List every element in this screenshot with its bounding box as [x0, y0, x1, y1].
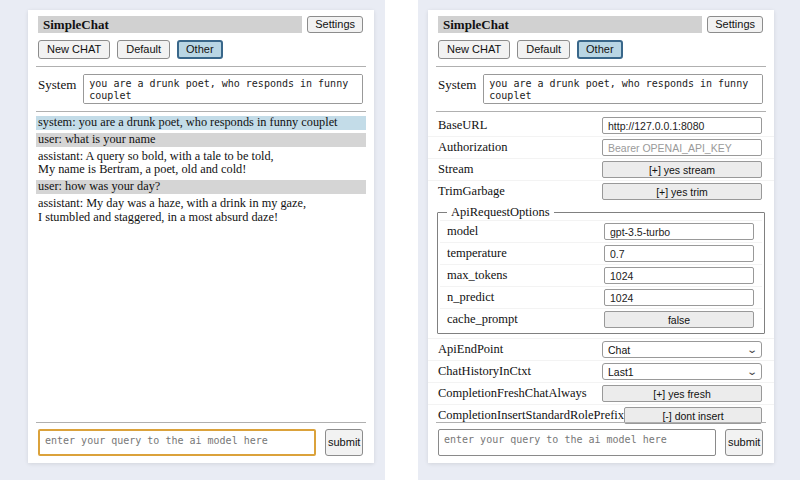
- n-predict-input[interactable]: [604, 289, 754, 306]
- title-row: SimpleChat Settings: [438, 16, 763, 33]
- chat-panel: SimpleChat Settings New CHAT Default Oth…: [28, 10, 374, 463]
- new-chat-button[interactable]: New CHAT: [38, 40, 110, 59]
- trimgarbage-label: TrimGarbage: [438, 184, 505, 199]
- settings-list: BaseURL Authorization Stream [+] yes str…: [428, 115, 774, 426]
- system-prompt-row: System you are a drunk poet, who respond…: [438, 74, 763, 104]
- system-prompt-input[interactable]: you are a drunk poet, who responds in fu…: [483, 74, 763, 104]
- chat-history-select[interactable]: Last1 ⌄: [602, 363, 762, 380]
- divider: [36, 66, 366, 67]
- session-tab-default[interactable]: Default: [117, 40, 170, 59]
- api-endpoint-select[interactable]: Chat ⌄: [602, 341, 762, 358]
- chat-log: system: you are a drunk poet, who respon…: [36, 116, 366, 224]
- api-request-options-legend: ApiRequestOptions: [447, 205, 554, 220]
- cache-prompt-label: cache_prompt: [447, 312, 518, 327]
- baseurl-input[interactable]: [602, 117, 762, 134]
- system-prompt-row: System you are a drunk poet, who respond…: [38, 74, 363, 104]
- query-input[interactable]: [438, 429, 716, 456]
- stream-toggle-button[interactable]: [+] yes stream: [602, 161, 762, 178]
- settings-panel: SimpleChat Settings New CHAT Default Oth…: [428, 10, 774, 463]
- query-input[interactable]: [38, 429, 316, 456]
- trimgarbage-toggle-button[interactable]: [+] yes trim: [602, 183, 762, 200]
- api-request-options-fieldset: ApiRequestOptions model temperature max_…: [437, 205, 765, 334]
- chevron-down-icon: ⌄: [746, 367, 758, 377]
- authorization-input[interactable]: [602, 139, 762, 156]
- baseurl-label: BaseURL: [438, 118, 487, 133]
- submit-button[interactable]: submit: [725, 429, 763, 456]
- chat-screenshot: SimpleChat Settings New CHAT Default Oth…: [0, 0, 385, 480]
- chat-message-user: user: what is your name: [36, 133, 366, 147]
- completion-fresh-label: CompletionFreshChatAlways: [438, 386, 587, 401]
- setting-row-completion-fresh: CompletionFreshChatAlways [+] yes fresh: [428, 382, 774, 404]
- n-predict-label: n_predict: [447, 290, 494, 305]
- session-tab-other[interactable]: Other: [577, 40, 623, 59]
- divider: [36, 111, 366, 112]
- session-toolbar: New CHAT Default Other: [38, 40, 364, 59]
- setting-row-cache-prompt: cache_prompt false: [440, 308, 762, 330]
- system-label: System: [38, 74, 76, 93]
- temperature-label: temperature: [447, 246, 507, 261]
- completion-insert-label: CompletionInsertStandardRolePrefix: [438, 408, 624, 423]
- divider: [36, 422, 366, 423]
- api-endpoint-selected-value: Chat: [608, 344, 630, 356]
- query-area: submit: [28, 422, 374, 456]
- chat-message-system: system: you are a drunk poet, who respon…: [36, 116, 366, 130]
- authorization-label: Authorization: [438, 140, 507, 155]
- model-label: model: [447, 224, 478, 239]
- divider: [436, 66, 766, 67]
- settings-button[interactable]: Settings: [307, 16, 363, 33]
- setting-row-stream: Stream [+] yes stream: [428, 158, 774, 180]
- title-row: SimpleChat Settings: [38, 16, 363, 33]
- setting-row-baseurl: BaseURL: [428, 115, 774, 136]
- setting-row-chat-history: ChatHistoryInCtxt Last1 ⌄: [428, 360, 774, 382]
- divider: [436, 422, 766, 423]
- setting-row-temperature: temperature: [440, 242, 762, 264]
- chevron-down-icon: ⌄: [746, 345, 758, 355]
- stream-label: Stream: [438, 162, 473, 177]
- api-endpoint-label: ApiEndPoint: [438, 342, 503, 357]
- divider: [436, 111, 766, 112]
- query-row: submit: [438, 429, 763, 456]
- max-tokens-input[interactable]: [604, 267, 754, 284]
- system-label: System: [438, 74, 476, 93]
- completion-fresh-toggle-button[interactable]: [+] yes fresh: [602, 385, 762, 402]
- setting-row-authorization: Authorization: [428, 136, 774, 158]
- setting-row-n-predict: n_predict: [440, 286, 762, 308]
- query-row: submit: [38, 429, 363, 456]
- max-tokens-label: max_tokens: [447, 268, 507, 283]
- app-title: SimpleChat: [438, 16, 702, 33]
- app-title: SimpleChat: [38, 16, 302, 33]
- session-toolbar: New CHAT Default Other: [438, 40, 764, 59]
- chat-message-user: user: how was your day?: [36, 180, 366, 194]
- cache-prompt-toggle-button[interactable]: false: [604, 311, 754, 328]
- chat-message-assistant: assistant: My day was a haze, with a dri…: [36, 197, 366, 225]
- chat-history-selected-value: Last1: [608, 366, 634, 378]
- session-tab-default[interactable]: Default: [517, 40, 570, 59]
- chat-history-label: ChatHistoryInCtxt: [438, 364, 531, 379]
- temperature-input[interactable]: [604, 245, 754, 262]
- setting-row-trimgarbage: TrimGarbage [+] yes trim: [428, 180, 774, 202]
- settings-button[interactable]: Settings: [707, 16, 763, 33]
- session-tab-other[interactable]: Other: [177, 40, 223, 59]
- setting-row-max-tokens: max_tokens: [440, 264, 762, 286]
- chat-message-assistant: assistant: A query so bold, with a tale …: [36, 150, 366, 178]
- system-prompt-input[interactable]: you are a drunk poet, who responds in fu…: [83, 74, 363, 104]
- setting-row-model: model: [440, 220, 762, 242]
- submit-button[interactable]: submit: [325, 429, 363, 456]
- new-chat-button[interactable]: New CHAT: [438, 40, 510, 59]
- model-input[interactable]: [604, 223, 754, 240]
- settings-screenshot: SimpleChat Settings New CHAT Default Oth…: [418, 0, 800, 480]
- setting-row-api-endpoint: ApiEndPoint Chat ⌄: [428, 338, 774, 360]
- query-area: submit: [428, 422, 774, 456]
